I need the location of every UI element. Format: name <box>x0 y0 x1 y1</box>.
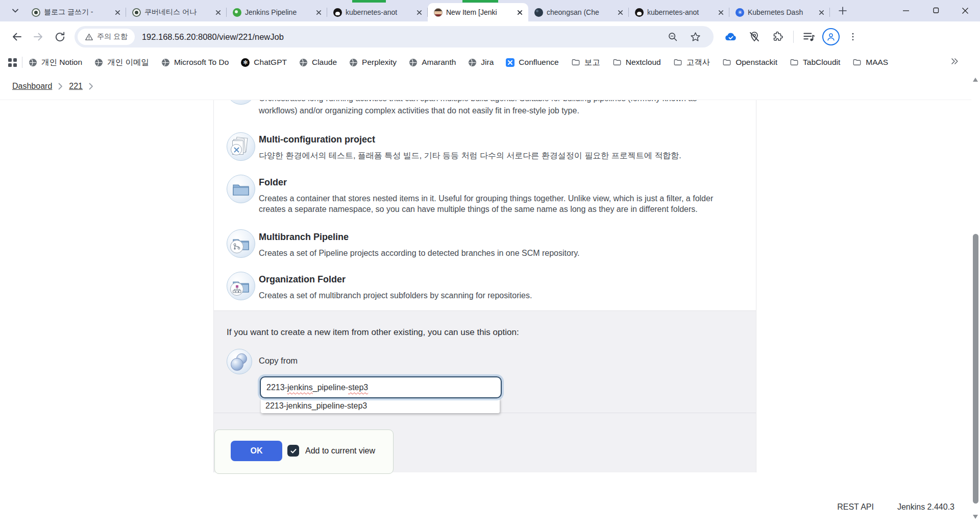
window-close-button[interactable] <box>950 0 980 21</box>
item-type-multi-configuration[interactable]: Multi-configuration project 다양한 환경에서의 테스… <box>214 132 756 178</box>
jenkins-butler-favicon-icon <box>434 8 443 17</box>
bookmark-label: 고객사 <box>687 57 710 68</box>
bookmark-claude[interactable]: Claude <box>299 58 337 67</box>
tab-close-icon[interactable] <box>616 8 625 17</box>
bookmark-folder-bogo[interactable]: 보고 <box>571 57 600 68</box>
reload-button[interactable] <box>49 26 70 47</box>
bookmark-folder-maas[interactable]: MAAS <box>852 58 888 67</box>
sync-extension-button[interactable] <box>721 27 741 47</box>
add-to-current-view-checkbox[interactable] <box>287 445 299 457</box>
page-scrollbar[interactable] <box>971 73 980 526</box>
bookmark-folder-openstackit[interactable]: Openstackit <box>722 58 777 67</box>
address-bar[interactable]: 주의 요함 192.168.56.20:8080/view/221/newJob <box>75 26 714 47</box>
breadcrumb-dashboard-link[interactable]: Dashboard <box>12 82 52 91</box>
bookmark-chatgpt[interactable]: ✻ ChatGPT <box>241 58 287 67</box>
input-text: 2213- <box>266 383 287 392</box>
profile-avatar[interactable] <box>822 28 840 45</box>
browser-tab-github-1[interactable]: kubernetes-anot <box>327 3 428 21</box>
tab-search-button[interactable] <box>5 2 26 19</box>
github-favicon-icon <box>333 8 342 17</box>
site-security-badge[interactable]: 주의 요함 <box>78 29 135 45</box>
item-type-folder[interactable]: Folder Creates a container that stores n… <box>214 175 756 232</box>
bookmark-microsoft-to-do[interactable]: Microsoft To Do <box>161 58 229 67</box>
zoom-button[interactable] <box>663 27 683 47</box>
copy-from-input[interactable]: 2213-jenkins_pipeline-step3 <box>260 376 502 398</box>
extensions-button[interactable] <box>768 27 788 47</box>
bookmark-amaranth[interactable]: Amaranth <box>409 58 456 67</box>
new-tab-button[interactable] <box>834 2 851 19</box>
multi-configuration-item-icon <box>227 132 255 161</box>
ok-button[interactable]: OK <box>231 441 282 461</box>
bookmarks-overflow-button[interactable] <box>949 56 960 68</box>
tab-title: New Item [Jenki <box>446 8 512 16</box>
bookmark-folder-tabcloudit[interactable]: TabCloudit <box>790 58 840 67</box>
bookmark-star-button[interactable] <box>685 27 705 47</box>
bookmark-jira[interactable]: Jira <box>468 58 494 67</box>
folder-icon <box>790 58 799 67</box>
scroll-down-arrow-icon[interactable] <box>973 515 978 519</box>
browser-tab-cheongsan[interactable]: cheongsan (Che <box>528 3 629 21</box>
tab-close-icon[interactable] <box>415 8 424 17</box>
item-type-pipeline[interactable]: Orchestrates long-running activities tha… <box>214 100 756 118</box>
url-text: 192.168.56.20:8080/view/221/newJob <box>142 32 284 42</box>
chevron-right-icon <box>58 83 63 90</box>
browser-menu-button[interactable] <box>843 27 863 47</box>
globe-icon <box>409 58 418 67</box>
chevron-down-icon <box>11 7 19 15</box>
tab-close-icon[interactable] <box>717 8 725 17</box>
jenkins-version-link[interactable]: Jenkins 2.440.3 <box>897 503 954 512</box>
jenkins-green-favicon-icon <box>233 8 241 17</box>
item-type-multibranch-pipeline[interactable]: Multibranch Pipeline Creates a set of Pi… <box>214 229 756 275</box>
browser-tab-kubernetes-dashboard[interactable]: ✳ Kubernetes Dash <box>729 3 830 21</box>
bookmark-personal-notion[interactable]: 개인 Notion <box>29 57 82 68</box>
rest-api-link[interactable]: REST API <box>837 503 874 512</box>
item-description: Creates a set of multibranch project sub… <box>259 290 532 301</box>
item-title: Folder <box>259 177 287 188</box>
breadcrumb-view-221-link[interactable]: 221 <box>69 82 83 91</box>
multibranch-pipeline-item-icon <box>227 229 255 258</box>
tab-title: cheongsan (Che <box>547 8 612 16</box>
copy-from-section: If you want to create a new item from ot… <box>214 310 756 472</box>
scrollbar-thumb[interactable] <box>973 234 978 504</box>
minimize-icon <box>902 7 910 14</box>
bookmark-personal-email[interactable]: 개인 이메일 <box>94 57 149 68</box>
add-to-current-view-label: Add to current view <box>305 446 375 456</box>
back-button[interactable] <box>6 26 28 47</box>
close-icon <box>962 7 969 14</box>
media-controls-button[interactable] <box>799 27 819 47</box>
tab-close-icon[interactable] <box>214 8 223 17</box>
input-text-misspelled: jenkins <box>287 383 313 392</box>
bookmark-folder-gogaeksa[interactable]: 고객사 <box>673 57 710 68</box>
bookmark-folder-nextcloud[interactable]: Nextcloud <box>612 58 661 67</box>
tab-close-icon[interactable] <box>516 8 524 17</box>
browser-tab-kubernetes-blog[interactable]: 쿠버네티스 어나 <box>126 3 227 21</box>
reload-icon <box>54 31 66 43</box>
magnifier-icon <box>667 31 678 42</box>
autocomplete-suggestion[interactable]: 2213-jenkins_pipeline-step3 <box>261 399 500 413</box>
confluence-icon <box>506 58 514 67</box>
maximize-icon <box>932 7 939 14</box>
browser-tab-github-2[interactable]: kubernetes-anot <box>629 3 729 21</box>
apps-shortcut-button[interactable] <box>8 58 17 67</box>
tab-title: Jenkins Pipeline <box>245 8 311 16</box>
forward-button[interactable] <box>28 26 49 47</box>
input-text-misspelled: step3 <box>348 383 368 392</box>
browser-tab-new-item-active[interactable]: New Item [Jenki <box>428 3 528 21</box>
browser-tab-jenkins-pipeline[interactable]: Jenkins Pipeline <box>227 3 327 21</box>
item-description: creates a separate namespace, so you can… <box>259 204 698 214</box>
bookmark-confluence[interactable]: Confluence <box>506 58 558 67</box>
breadcrumb: Dashboard 221 <box>0 73 980 100</box>
bookmark-label: Amaranth <box>422 58 456 67</box>
tab-close-icon[interactable] <box>314 8 323 17</box>
toolbar-divider <box>793 31 794 43</box>
tab-close-icon[interactable] <box>113 8 122 17</box>
window-minimize-button[interactable] <box>891 0 921 21</box>
tab-close-icon[interactable] <box>817 8 826 17</box>
browser-tab-blog[interactable]: 블로그 글쓰기 - <box>26 3 126 21</box>
scroll-up-arrow-icon[interactable] <box>973 78 978 82</box>
window-maximize-button[interactable] <box>921 0 950 21</box>
bookmark-perplexity[interactable]: Perplexity <box>349 58 397 67</box>
item-description: Orchestrates long-running activities tha… <box>259 100 697 104</box>
input-text: _pipeline- <box>313 383 348 392</box>
location-blocked-button[interactable] <box>744 27 765 47</box>
